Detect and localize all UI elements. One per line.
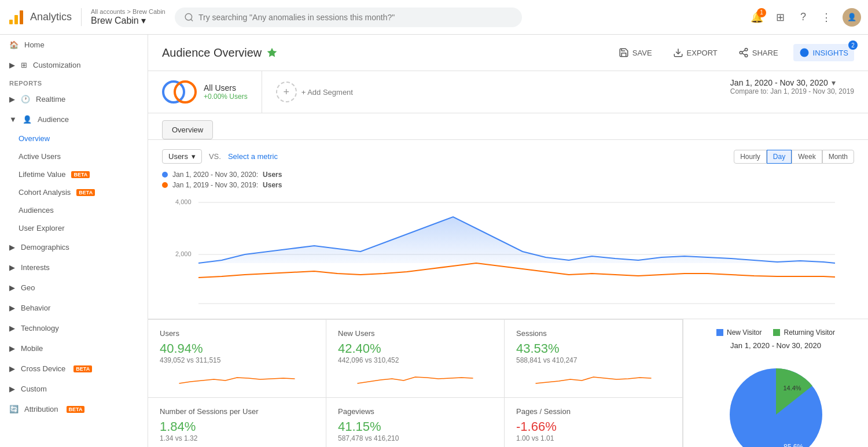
pie-date: Jan 1, 2020 - Nov 30, 2020	[730, 341, 821, 350]
sidebar-item-audience[interactable]: ▼ 👤 Audience	[0, 109, 148, 130]
sidebar-cross-label: Cross Device	[21, 364, 65, 373]
select-metric-button[interactable]: Select a metric	[228, 152, 278, 161]
sidebar-item-realtime[interactable]: ▶ 🕐 Realtime	[0, 89, 148, 109]
metric-value-pageviews: 41.15%	[338, 419, 492, 434]
time-btn-week[interactable]: Week	[792, 150, 822, 164]
metric-value-sessions: 43.53%	[516, 341, 671, 356]
svg-rect-0	[9, 20, 13, 24]
sidebar-item-attribution[interactable]: 🔄 Attribution BETA	[0, 399, 148, 419]
svg-text:March 2020: March 2020	[273, 309, 304, 309]
verified-icon	[266, 47, 278, 58]
date-range-section[interactable]: Jan 1, 2020 - Nov 30, 2020 ▾ Compare to:…	[716, 71, 868, 113]
svg-line-4	[191, 19, 193, 21]
segment-info: All Users +0.00% Users	[204, 83, 248, 101]
header-actions: SAVE EXPORT SHARE	[613, 44, 854, 61]
pie-chart: 85.6% 14.4%	[718, 357, 834, 447]
sidebar-item-cohort[interactable]: Cohort Analysis BETA	[0, 183, 148, 201]
apps-icon[interactable]: ⊞	[773, 10, 787, 24]
svg-text:April 2020: April 2020	[341, 309, 367, 309]
metric-card-users: Users 40.94% 439,052 vs 311,515	[148, 320, 326, 398]
breadcrumb-account[interactable]: Brew Cabin ▾	[91, 15, 165, 26]
top-nav: Analytics All accounts > Brew Cabin Brew…	[0, 0, 868, 35]
sidebar-item-technology[interactable]: ▶ Technology	[0, 318, 148, 338]
search-bar[interactable]	[175, 8, 522, 27]
notification-badge: 1	[757, 8, 766, 17]
sidebar-item-active-users[interactable]: Active Users	[0, 147, 148, 165]
add-segment-button[interactable]: + + Add Segment	[262, 71, 716, 113]
sidebar-item-interests[interactable]: ▶ Interests	[0, 257, 148, 278]
time-btn-hourly[interactable]: Hourly	[734, 150, 767, 164]
pie-label-returning: Returning Visitor	[784, 328, 835, 337]
sidebar-item-customization[interactable]: ▶ ⊞ Customization	[0, 55, 148, 75]
sparkline-sessions	[516, 369, 671, 386]
logo-text: Analytics	[30, 11, 72, 23]
chart-legend: Jan 1, 2020 - Nov 30, 2020: Users Jan 1,…	[162, 171, 854, 189]
sidebar-item-geo[interactable]: ▶ Geo	[0, 278, 148, 298]
time-btn-day[interactable]: Day	[767, 150, 792, 164]
segment-sub: +0.00% Users	[204, 93, 248, 101]
svg-text:14.4%: 14.4%	[783, 385, 801, 391]
time-btn-month[interactable]: Month	[822, 150, 854, 164]
svg-point-6	[745, 49, 748, 51]
insights-button[interactable]: 2 INSIGHTS	[793, 44, 854, 61]
legend-dot-orange	[162, 182, 168, 188]
metric-value-new-users: 42.40%	[338, 341, 492, 356]
sidebar-item-cross-device[interactable]: ▶ Cross Device BETA	[0, 359, 148, 379]
segments-row: All Users +0.00% Users + + Add Segment J…	[148, 71, 868, 113]
date-dropdown-icon: ▾	[832, 78, 836, 87]
svg-text:September 2020: September 2020	[663, 309, 706, 309]
share-button[interactable]: SHARE	[733, 44, 784, 61]
svg-text:October 2020: October 2020	[728, 309, 763, 309]
svg-point-7	[740, 51, 742, 54]
sidebar-home-label: Home	[24, 40, 45, 49]
sidebar-technology-label: Technology	[21, 324, 59, 333]
pie-section: New Visitor Returning Visitor Jan 1, 202…	[683, 319, 868, 447]
sidebar-item-home[interactable]: 🏠 Home	[0, 35, 148, 55]
main-content: Audience Overview SAVE EXPORT	[148, 35, 868, 447]
pie-color-returning	[773, 329, 780, 336]
metric-selector[interactable]: Users ▾	[162, 149, 202, 164]
svg-text:February 2020: February 2020	[203, 309, 240, 309]
all-users-segment[interactable]: All Users +0.00% Users	[148, 71, 262, 113]
sidebar-demographics-label: Demographics	[21, 243, 69, 252]
beta-badge-cohort: BETA	[76, 189, 95, 196]
svg-point-8	[745, 54, 748, 57]
sidebar-item-custom[interactable]: ▶ Custom	[0, 379, 148, 399]
main-layout: 🏠 Home ▶ ⊞ Customization REPORTS ▶ 🕐 Rea…	[0, 35, 868, 447]
sidebar-item-lifetime-value[interactable]: Lifetime Value BETA	[0, 165, 148, 183]
sidebar: 🏠 Home ▶ ⊞ Customization REPORTS ▶ 🕐 Rea…	[0, 35, 148, 447]
top-nav-right: 🔔 1 ⊞ ? ⋮ 👤	[750, 8, 861, 27]
expand-audience-icon: ▼	[9, 115, 17, 124]
save-icon	[619, 47, 629, 58]
sidebar-item-user-explorer[interactable]: User Explorer	[0, 219, 148, 237]
pie-legend-returning: Returning Visitor	[773, 328, 835, 337]
help-icon[interactable]: ?	[796, 10, 810, 24]
avatar[interactable]: 👤	[843, 8, 861, 27]
expand-interests-icon: ▶	[9, 263, 15, 272]
metric-card-pageviews: Pageviews 41.15% 587,478 vs 416,210	[326, 398, 505, 447]
pie-label-new: New Visitor	[727, 328, 762, 337]
sidebar-item-demographics[interactable]: ▶ Demographics	[0, 237, 148, 257]
pie-legend: New Visitor Returning Visitor	[716, 328, 835, 337]
svg-rect-2	[20, 10, 23, 24]
more-icon[interactable]: ⋮	[819, 10, 833, 24]
sidebar-item-mobile[interactable]: ▶ Mobile	[0, 338, 148, 359]
beta-badge-lifetime: BETA	[71, 171, 90, 178]
metric-label: Users	[168, 152, 188, 161]
segment-circle-orange	[174, 80, 197, 104]
tab-overview[interactable]: Overview	[162, 120, 213, 139]
search-input[interactable]	[198, 13, 513, 22]
line-chart: 4,000 2,000	[162, 194, 854, 309]
audience-icon: 👤	[23, 115, 32, 124]
sidebar-custom-label: Custom	[21, 385, 47, 393]
metric-label-new-users: New Users	[338, 329, 492, 338]
export-button[interactable]: EXPORT	[667, 44, 723, 61]
save-button[interactable]: SAVE	[613, 44, 658, 61]
sidebar-audience-label: Audience	[38, 115, 69, 124]
metric-value-pages-session: -1.66%	[516, 419, 671, 434]
sidebar-item-overview[interactable]: Overview	[0, 130, 148, 147]
notification-icon[interactable]: 🔔 1	[750, 10, 764, 24]
sidebar-item-audiences[interactable]: Audiences	[0, 201, 148, 219]
sidebar-item-behavior[interactable]: ▶ Behavior	[0, 298, 148, 318]
export-label: EXPORT	[687, 49, 718, 57]
